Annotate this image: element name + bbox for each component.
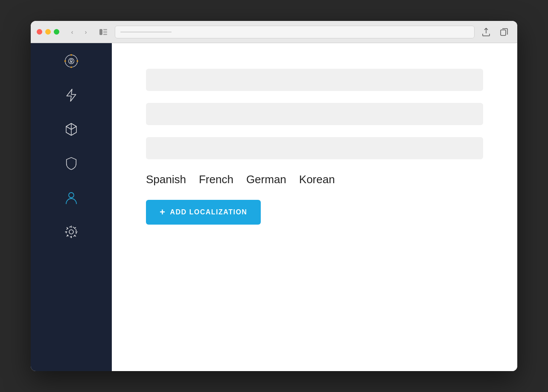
skeleton-bar-2 [146,103,483,125]
svg-point-5 [65,55,78,67]
svg-rect-4 [501,30,506,35]
main-area: Spanish French German Korean + ADD LOCAL… [31,43,517,371]
address-bar-placeholder [120,32,172,32]
add-localization-label: ADD LOCALIZATION [170,208,247,216]
sidebar [31,43,112,371]
language-german[interactable]: German [246,173,286,186]
svg-point-12 [69,193,74,198]
address-bar[interactable] [115,26,475,38]
sidebar-item-cube[interactable] [62,120,81,139]
nav-buttons: ‹ › [66,26,92,38]
svg-point-11 [76,60,78,62]
svg-point-8 [70,54,72,56]
skeleton-bar-3 [146,137,483,159]
language-list: Spanish French German Korean [146,173,483,186]
close-button[interactable] [37,29,42,35]
browser-actions [479,26,511,38]
svg-point-13 [69,230,73,234]
duplicate-button[interactable] [497,26,511,38]
back-button[interactable]: ‹ [66,26,78,38]
browser-chrome: ‹ › [31,21,517,43]
minimize-button[interactable] [45,29,51,35]
svg-rect-1 [103,29,107,30]
sidebar-item-settings[interactable] [62,222,81,241]
sidebar-item-orbit[interactable] [62,52,81,70]
language-spanish[interactable]: Spanish [146,173,186,186]
svg-rect-0 [99,29,102,35]
sidebar-toggle-button[interactable] [96,26,111,38]
plus-icon: + [160,208,166,217]
page-content: Spanish French German Korean + ADD LOCAL… [112,43,517,371]
forward-button[interactable]: › [80,26,92,38]
browser-window: ‹ › [31,21,517,371]
sidebar-item-lightning[interactable] [62,86,81,105]
language-french[interactable]: French [199,173,233,186]
svg-point-9 [70,66,72,68]
language-korean[interactable]: Korean [299,173,335,186]
sidebar-item-user[interactable] [62,188,81,207]
maximize-button[interactable] [54,29,59,35]
svg-rect-2 [103,31,107,32]
skeleton-bar-1 [146,69,483,91]
svg-point-10 [64,60,66,62]
share-button[interactable] [479,26,493,38]
sidebar-item-shield[interactable] [62,154,81,173]
traffic-lights [37,29,59,35]
add-localization-button[interactable]: + ADD LOCALIZATION [146,200,261,225]
svg-rect-3 [103,34,107,35]
